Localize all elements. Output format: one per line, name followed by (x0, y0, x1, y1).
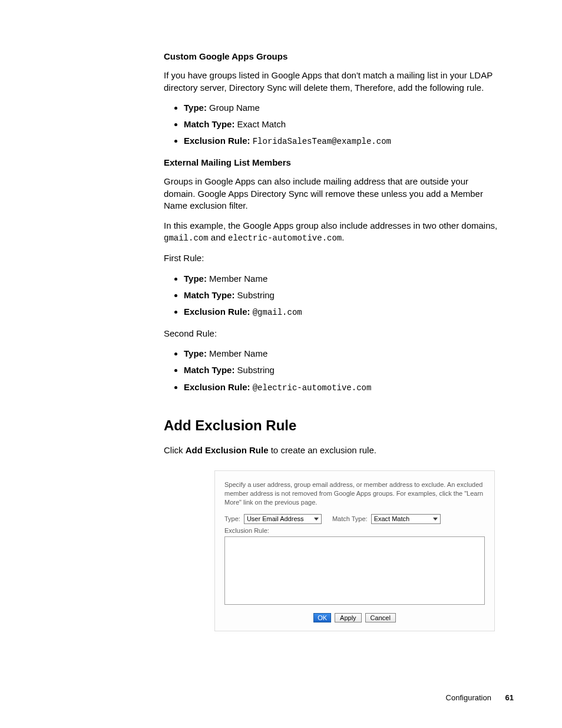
paragraph: If you have groups listed in Google Apps… (164, 70, 500, 94)
list-item: Exclusion Rule: FloridaSalesTeam@example… (184, 135, 500, 147)
chevron-down-icon (433, 518, 438, 521)
page-number: 61 (505, 693, 514, 702)
text: and (209, 232, 228, 242)
footer-label: Configuration (446, 693, 491, 702)
apply-button[interactable]: Apply (335, 613, 362, 622)
list-code: @gmail.com (253, 308, 302, 317)
list-item: Exclusion Rule: @electric-automotive.com (184, 381, 500, 394)
dialog-description: Specify a user address, group email addr… (224, 480, 485, 507)
sub-heading-external-members: External Mailing List Members (164, 157, 500, 169)
type-select-value: User Email Address (247, 515, 304, 523)
list-label: Match Type: (184, 290, 234, 300)
list-value: Member Name (207, 274, 267, 284)
match-type-select[interactable]: Exact Match (371, 514, 441, 524)
list-item: Match Type: Substring (184, 289, 500, 301)
section-title-add-exclusion: Add Exclusion Rule (164, 416, 500, 435)
inline-code: electric-automotive.com (228, 233, 342, 243)
list-item: Match Type: Substring (184, 364, 500, 376)
text: to create an exclusion rule. (269, 445, 376, 455)
rule-list: Type: Group Name Match Type: Exact Match… (164, 102, 500, 147)
list-label: Exclusion Rule: (184, 382, 250, 392)
list-code: @electric-automotive.com (253, 383, 372, 393)
sub-heading-custom-groups: Custom Google Apps Groups (164, 51, 500, 62)
list-value: Group Name (207, 103, 260, 113)
list-value: Substring (234, 290, 275, 300)
rule-list: Type: Member Name Match Type: Substring … (164, 348, 500, 393)
chevron-down-icon (314, 518, 319, 521)
list-value: Member Name (207, 348, 267, 358)
match-type-label: Match Type: (332, 515, 368, 523)
exclusion-rule-textarea[interactable] (224, 536, 485, 605)
list-item: Type: Member Name (184, 273, 500, 285)
inline-code: gmail.com (164, 233, 209, 243)
match-type-select-value: Exact Match (374, 515, 410, 523)
list-label: Exclusion Rule: (184, 136, 250, 146)
list-item: Match Type: Exact Match (184, 118, 500, 130)
paragraph: In this example, the Google Apps group a… (164, 220, 500, 244)
list-label: Type: (184, 348, 207, 358)
list-value: Substring (234, 365, 275, 375)
type-select[interactable]: User Email Address (244, 514, 322, 524)
add-exclusion-rule-dialog: Specify a user address, group email addr… (214, 470, 495, 631)
list-label: Exclusion Rule: (184, 307, 250, 317)
page-footer: Configuration 61 (446, 693, 514, 703)
text: In this example, the Google Apps group a… (164, 220, 497, 230)
second-rule-label: Second Rule: (164, 328, 500, 340)
list-value: Exact Match (234, 119, 286, 129)
list-item: Type: Member Name (184, 348, 500, 360)
rule-list: Type: Member Name Match Type: Substring … (164, 273, 500, 318)
list-label: Match Type: (184, 119, 234, 129)
text: Click (164, 445, 186, 455)
paragraph: Click Add Exclusion Rule to create an ex… (164, 444, 500, 456)
paragraph: Groups in Google Apps can also include m… (164, 176, 500, 212)
list-item: Exclusion Rule: @gmail.com (184, 306, 500, 318)
first-rule-label: First Rule: (164, 252, 500, 264)
list-label: Match Type: (184, 365, 234, 375)
list-label: Type: (184, 103, 207, 113)
cancel-button[interactable]: Cancel (365, 613, 396, 622)
exclusion-rule-label: Exclusion Rule: (224, 526, 485, 535)
text: . (342, 232, 344, 242)
list-code: FloridaSalesTeam@example.com (253, 137, 391, 146)
list-label: Type: (184, 274, 207, 284)
list-item: Type: Group Name (184, 102, 500, 114)
ok-button[interactable]: OK (313, 613, 331, 622)
bold-text: Add Exclusion Rule (186, 445, 269, 455)
type-label: Type: (224, 515, 240, 523)
